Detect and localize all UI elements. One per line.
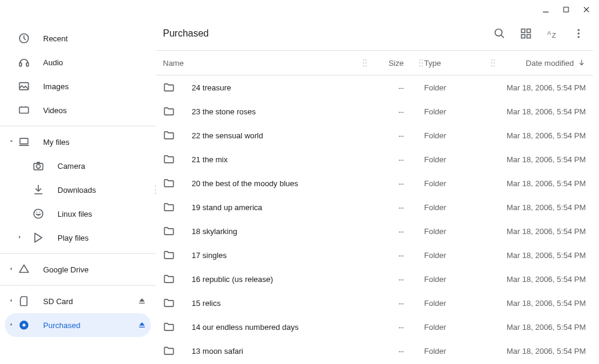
disc-icon <box>18 319 30 331</box>
folder-icon <box>163 81 175 93</box>
file-type: Folder <box>424 251 490 260</box>
table-row[interactable]: 21 the mix -- Folder Mar 18, 2006, 5:54 … <box>156 147 593 171</box>
column-header-size[interactable]: Size <box>368 59 404 68</box>
column-header-name[interactable]: Name <box>163 59 184 68</box>
column-resize-handle[interactable] <box>362 58 368 68</box>
folder-icon <box>163 273 175 285</box>
svg-point-48 <box>494 65 495 66</box>
play-store-icon <box>32 232 44 244</box>
sidebar-item-downloads[interactable]: Downloads <box>5 178 151 202</box>
column-resize-handle[interactable] <box>418 58 424 68</box>
table-row[interactable]: 13 moon safari -- Folder Mar 18, 2006, 5… <box>156 339 593 363</box>
file-type: Folder <box>424 227 490 236</box>
sidebar-item-linux-files[interactable]: Linux files <box>5 202 151 226</box>
file-size: -- <box>368 227 418 236</box>
sidebar-item-camera[interactable]: Camera <box>5 154 151 178</box>
svg-point-32 <box>365 59 367 60</box>
table-row[interactable]: 24 treasure -- Folder Mar 18, 2006, 5:54… <box>156 75 593 99</box>
file-size: -- <box>368 83 418 92</box>
file-type: Folder <box>424 275 490 284</box>
table-row[interactable]: 15 relics -- Folder Mar 18, 2006, 5:54 P… <box>156 291 593 315</box>
images-icon <box>18 80 30 92</box>
chevron-right-icon[interactable] <box>8 298 16 305</box>
maximize-icon <box>562 6 570 13</box>
svg-point-47 <box>491 65 492 66</box>
table-row[interactable]: 17 singles -- Folder Mar 18, 2006, 5:54 … <box>156 243 593 267</box>
sidebar-item-label: Recent <box>43 34 68 43</box>
sidebar-item-label: Camera <box>58 162 85 171</box>
file-type: Folder <box>424 203 490 212</box>
table-row[interactable]: 22 the sensual world -- Folder Mar 18, 2… <box>156 123 593 147</box>
file-size: -- <box>368 251 418 260</box>
file-name: 23 the stone roses <box>192 107 256 116</box>
table-row[interactable]: 18 skylarking -- Folder Mar 18, 2006, 5:… <box>156 219 593 243</box>
svg-point-30 <box>577 36 579 38</box>
svg-rect-24 <box>522 35 525 38</box>
folder-icon <box>163 129 175 141</box>
svg-rect-0 <box>543 12 548 13</box>
file-type: Folder <box>424 179 490 188</box>
table-row[interactable]: 16 republic (us release) -- Folder Mar 1… <box>156 267 593 291</box>
folder-icon <box>163 249 175 261</box>
svg-point-43 <box>491 59 492 60</box>
sidebar-item-sd-card[interactable]: SD Card <box>5 289 151 313</box>
sidebar-item-label: Google Drive <box>43 265 89 274</box>
chevron-down-icon[interactable] <box>8 138 16 145</box>
chevron-right-icon[interactable] <box>17 234 24 241</box>
search-button[interactable] <box>488 22 512 46</box>
svg-point-39 <box>419 62 420 63</box>
camera-icon <box>32 160 44 172</box>
sidebar-item-label: My files <box>43 138 69 147</box>
sidebar-item-purchased[interactable]: Purchased <box>5 313 151 337</box>
table-row[interactable]: 20 the best of the moody blues -- Folder… <box>156 171 593 195</box>
svg-point-35 <box>363 65 364 66</box>
file-date: Mar 18, 2006, 5:54 PM <box>496 227 586 236</box>
file-date: Mar 18, 2006, 5:54 PM <box>496 347 586 356</box>
grid-view-button[interactable] <box>514 22 538 46</box>
svg-rect-23 <box>527 29 531 33</box>
sidebar-item-play-files[interactable]: Play files <box>5 226 151 250</box>
file-date: Mar 18, 2006, 5:54 PM <box>496 155 586 164</box>
eject-icon <box>137 320 147 330</box>
file-size: -- <box>368 347 418 356</box>
eject-button[interactable] <box>137 320 147 330</box>
sidebar-item-label: Linux files <box>58 210 92 219</box>
file-type: Folder <box>424 155 490 164</box>
file-date: Mar 18, 2006, 5:54 PM <box>496 323 586 332</box>
chevron-right-icon[interactable] <box>8 266 16 273</box>
sidebar-item-audio[interactable]: Audio <box>5 50 151 74</box>
chevron-right-icon[interactable] <box>8 321 16 329</box>
svg-rect-6 <box>20 107 29 113</box>
file-type: Folder <box>424 131 490 140</box>
table-row[interactable]: 14 our endless numbered days -- Folder M… <box>156 315 593 339</box>
table-row[interactable]: 19 stand up america -- Folder Mar 18, 20… <box>156 195 593 219</box>
main-pane: Purchased AZ Name <box>156 0 599 364</box>
more-button[interactable] <box>567 22 591 46</box>
file-type: Folder <box>424 83 490 92</box>
sidebar-item-videos[interactable]: Videos <box>5 98 151 122</box>
sidebar-item-my-files[interactable]: My files <box>5 130 151 154</box>
sidebar-item-google-drive[interactable]: Google Drive <box>5 257 151 281</box>
svg-point-19 <box>23 324 26 327</box>
file-type: Folder <box>424 107 490 116</box>
folder-icon <box>163 297 175 309</box>
maximize-button[interactable] <box>562 5 570 14</box>
svg-point-44 <box>494 59 495 60</box>
file-type: Folder <box>424 323 490 332</box>
column-header-type[interactable]: Type <box>424 59 441 68</box>
minimize-button[interactable] <box>541 5 550 14</box>
sidebar-item-label: Play files <box>58 233 89 242</box>
sidebar-item-images[interactable]: Images <box>5 74 151 98</box>
laptop-icon <box>18 136 30 148</box>
sd-card-icon <box>18 295 30 307</box>
column-resize-handle[interactable] <box>490 58 496 68</box>
close-button[interactable] <box>582 5 591 14</box>
table-row[interactable]: 23 the stone roses -- Folder Mar 18, 200… <box>156 99 593 123</box>
sidebar-item-recent[interactable]: Recent <box>5 26 151 50</box>
column-header-date[interactable]: Date modified <box>526 59 574 68</box>
sort-button[interactable]: AZ <box>540 22 564 46</box>
sidebar: Recent Audio Images Videos <box>0 0 156 364</box>
file-name: 19 stand up america <box>192 203 262 212</box>
eject-button[interactable] <box>137 296 147 307</box>
sidebar-item-label: Purchased <box>43 321 80 330</box>
